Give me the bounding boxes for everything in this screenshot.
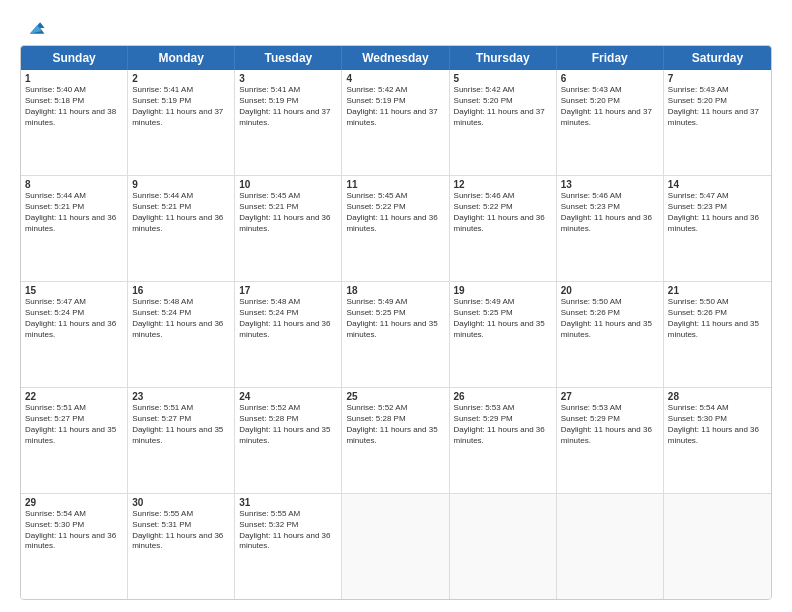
day-info: Sunrise: 5:51 AMSunset: 5:27 PMDaylight:…: [132, 403, 230, 446]
empty-cell: [342, 494, 449, 599]
calendar-header: SundayMondayTuesdayWednesdayThursdayFrid…: [21, 46, 771, 70]
page: SundayMondayTuesdayWednesdayThursdayFrid…: [0, 0, 792, 612]
day-number: 1: [25, 73, 123, 84]
day-number: 24: [239, 391, 337, 402]
day-cell-31: 31Sunrise: 5:55 AMSunset: 5:32 PMDayligh…: [235, 494, 342, 599]
day-cell-11: 11Sunrise: 5:45 AMSunset: 5:22 PMDayligh…: [342, 176, 449, 281]
day-number: 9: [132, 179, 230, 190]
day-info: Sunrise: 5:49 AMSunset: 5:25 PMDaylight:…: [346, 297, 444, 340]
day-number: 4: [346, 73, 444, 84]
day-info: Sunrise: 5:55 AMSunset: 5:31 PMDaylight:…: [132, 509, 230, 552]
day-number: 28: [668, 391, 767, 402]
header-day-tuesday: Tuesday: [235, 46, 342, 70]
day-info: Sunrise: 5:49 AMSunset: 5:25 PMDaylight:…: [454, 297, 552, 340]
day-info: Sunrise: 5:44 AMSunset: 5:21 PMDaylight:…: [132, 191, 230, 234]
day-info: Sunrise: 5:42 AMSunset: 5:19 PMDaylight:…: [346, 85, 444, 128]
day-number: 14: [668, 179, 767, 190]
day-info: Sunrise: 5:50 AMSunset: 5:26 PMDaylight:…: [561, 297, 659, 340]
day-info: Sunrise: 5:42 AMSunset: 5:20 PMDaylight:…: [454, 85, 552, 128]
day-cell-20: 20Sunrise: 5:50 AMSunset: 5:26 PMDayligh…: [557, 282, 664, 387]
week-row-2: 8Sunrise: 5:44 AMSunset: 5:21 PMDaylight…: [21, 176, 771, 282]
empty-cell: [664, 494, 771, 599]
day-number: 16: [132, 285, 230, 296]
day-number: 13: [561, 179, 659, 190]
day-cell-28: 28Sunrise: 5:54 AMSunset: 5:30 PMDayligh…: [664, 388, 771, 493]
empty-cell: [450, 494, 557, 599]
day-number: 31: [239, 497, 337, 508]
day-cell-3: 3Sunrise: 5:41 AMSunset: 5:19 PMDaylight…: [235, 70, 342, 175]
day-cell-21: 21Sunrise: 5:50 AMSunset: 5:26 PMDayligh…: [664, 282, 771, 387]
day-cell-17: 17Sunrise: 5:48 AMSunset: 5:24 PMDayligh…: [235, 282, 342, 387]
day-info: Sunrise: 5:53 AMSunset: 5:29 PMDaylight:…: [454, 403, 552, 446]
day-number: 12: [454, 179, 552, 190]
day-cell-1: 1Sunrise: 5:40 AMSunset: 5:18 PMDaylight…: [21, 70, 128, 175]
day-info: Sunrise: 5:46 AMSunset: 5:22 PMDaylight:…: [454, 191, 552, 234]
header-day-friday: Friday: [557, 46, 664, 70]
day-cell-23: 23Sunrise: 5:51 AMSunset: 5:27 PMDayligh…: [128, 388, 235, 493]
empty-cell: [557, 494, 664, 599]
day-cell-29: 29Sunrise: 5:54 AMSunset: 5:30 PMDayligh…: [21, 494, 128, 599]
day-info: Sunrise: 5:52 AMSunset: 5:28 PMDaylight:…: [239, 403, 337, 446]
day-info: Sunrise: 5:48 AMSunset: 5:24 PMDaylight:…: [239, 297, 337, 340]
header: [20, 16, 772, 37]
day-cell-18: 18Sunrise: 5:49 AMSunset: 5:25 PMDayligh…: [342, 282, 449, 387]
week-row-1: 1Sunrise: 5:40 AMSunset: 5:18 PMDaylight…: [21, 70, 771, 176]
day-number: 29: [25, 497, 123, 508]
day-cell-16: 16Sunrise: 5:48 AMSunset: 5:24 PMDayligh…: [128, 282, 235, 387]
day-cell-30: 30Sunrise: 5:55 AMSunset: 5:31 PMDayligh…: [128, 494, 235, 599]
day-cell-2: 2Sunrise: 5:41 AMSunset: 5:19 PMDaylight…: [128, 70, 235, 175]
logo: [20, 20, 46, 37]
week-row-5: 29Sunrise: 5:54 AMSunset: 5:30 PMDayligh…: [21, 494, 771, 599]
day-number: 11: [346, 179, 444, 190]
day-cell-5: 5Sunrise: 5:42 AMSunset: 5:20 PMDaylight…: [450, 70, 557, 175]
header-day-sunday: Sunday: [21, 46, 128, 70]
day-number: 20: [561, 285, 659, 296]
day-cell-8: 8Sunrise: 5:44 AMSunset: 5:21 PMDaylight…: [21, 176, 128, 281]
day-info: Sunrise: 5:41 AMSunset: 5:19 PMDaylight:…: [132, 85, 230, 128]
day-info: Sunrise: 5:55 AMSunset: 5:32 PMDaylight:…: [239, 509, 337, 552]
day-info: Sunrise: 5:43 AMSunset: 5:20 PMDaylight:…: [561, 85, 659, 128]
day-info: Sunrise: 5:46 AMSunset: 5:23 PMDaylight:…: [561, 191, 659, 234]
day-number: 18: [346, 285, 444, 296]
day-number: 10: [239, 179, 337, 190]
day-info: Sunrise: 5:53 AMSunset: 5:29 PMDaylight:…: [561, 403, 659, 446]
day-cell-6: 6Sunrise: 5:43 AMSunset: 5:20 PMDaylight…: [557, 70, 664, 175]
day-cell-15: 15Sunrise: 5:47 AMSunset: 5:24 PMDayligh…: [21, 282, 128, 387]
calendar-body: 1Sunrise: 5:40 AMSunset: 5:18 PMDaylight…: [21, 70, 771, 599]
day-number: 19: [454, 285, 552, 296]
day-cell-13: 13Sunrise: 5:46 AMSunset: 5:23 PMDayligh…: [557, 176, 664, 281]
day-cell-26: 26Sunrise: 5:53 AMSunset: 5:29 PMDayligh…: [450, 388, 557, 493]
day-cell-27: 27Sunrise: 5:53 AMSunset: 5:29 PMDayligh…: [557, 388, 664, 493]
day-cell-10: 10Sunrise: 5:45 AMSunset: 5:21 PMDayligh…: [235, 176, 342, 281]
header-day-monday: Monday: [128, 46, 235, 70]
day-info: Sunrise: 5:47 AMSunset: 5:23 PMDaylight:…: [668, 191, 767, 234]
calendar: SundayMondayTuesdayWednesdayThursdayFrid…: [20, 45, 772, 600]
day-number: 3: [239, 73, 337, 84]
day-number: 21: [668, 285, 767, 296]
day-info: Sunrise: 5:50 AMSunset: 5:26 PMDaylight:…: [668, 297, 767, 340]
day-cell-9: 9Sunrise: 5:44 AMSunset: 5:21 PMDaylight…: [128, 176, 235, 281]
day-info: Sunrise: 5:43 AMSunset: 5:20 PMDaylight:…: [668, 85, 767, 128]
day-info: Sunrise: 5:45 AMSunset: 5:22 PMDaylight:…: [346, 191, 444, 234]
day-number: 8: [25, 179, 123, 190]
week-row-3: 15Sunrise: 5:47 AMSunset: 5:24 PMDayligh…: [21, 282, 771, 388]
day-info: Sunrise: 5:44 AMSunset: 5:21 PMDaylight:…: [25, 191, 123, 234]
day-info: Sunrise: 5:51 AMSunset: 5:27 PMDaylight:…: [25, 403, 123, 446]
day-cell-4: 4Sunrise: 5:42 AMSunset: 5:19 PMDaylight…: [342, 70, 449, 175]
day-number: 27: [561, 391, 659, 402]
day-number: 15: [25, 285, 123, 296]
day-info: Sunrise: 5:41 AMSunset: 5:19 PMDaylight:…: [239, 85, 337, 128]
day-number: 6: [561, 73, 659, 84]
day-info: Sunrise: 5:54 AMSunset: 5:30 PMDaylight:…: [668, 403, 767, 446]
day-number: 23: [132, 391, 230, 402]
header-day-wednesday: Wednesday: [342, 46, 449, 70]
day-number: 26: [454, 391, 552, 402]
day-cell-7: 7Sunrise: 5:43 AMSunset: 5:20 PMDaylight…: [664, 70, 771, 175]
day-cell-22: 22Sunrise: 5:51 AMSunset: 5:27 PMDayligh…: [21, 388, 128, 493]
day-number: 17: [239, 285, 337, 296]
header-day-thursday: Thursday: [450, 46, 557, 70]
day-number: 2: [132, 73, 230, 84]
day-cell-25: 25Sunrise: 5:52 AMSunset: 5:28 PMDayligh…: [342, 388, 449, 493]
day-cell-14: 14Sunrise: 5:47 AMSunset: 5:23 PMDayligh…: [664, 176, 771, 281]
day-number: 25: [346, 391, 444, 402]
